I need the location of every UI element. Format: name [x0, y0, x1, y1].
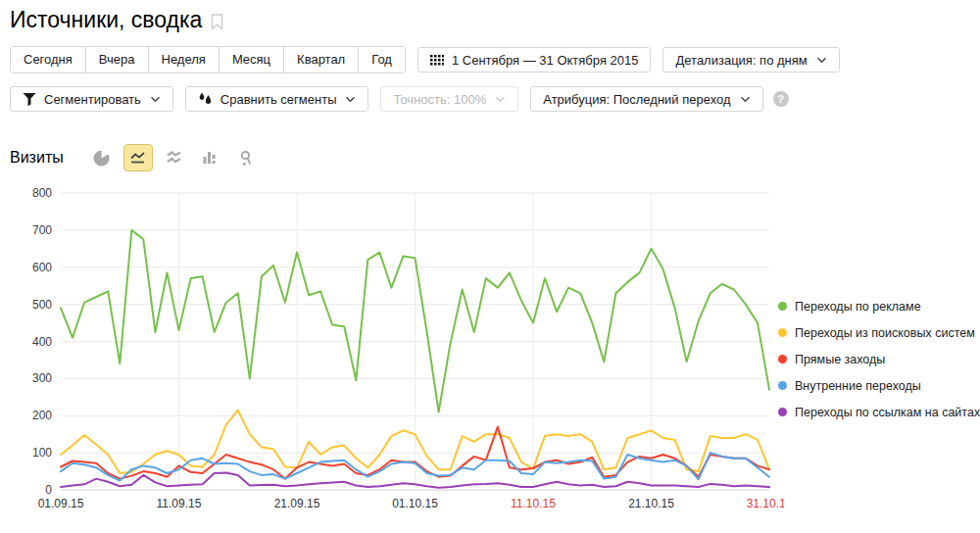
x-tick-label: 01.09.15 [38, 497, 84, 510]
x-tick-label: 21.09.15 [274, 497, 320, 510]
accuracy-label: Точность: 100% [393, 92, 486, 107]
attribution-dropdown[interactable]: Атрибуция: Последний переход [530, 86, 762, 112]
y-tick-label: 0 [45, 483, 52, 497]
chart-legend: Переходы по рекламе Переходы из поисковы… [778, 293, 980, 425]
legend-label: Переходы по рекламе [795, 300, 921, 314]
period-button-year[interactable]: Год [358, 47, 405, 73]
metric-label: Визиты [10, 143, 64, 172]
page-title: Источники, сводка [10, 7, 202, 33]
pie-chart-icon [92, 149, 111, 168]
stacked-area-icon [166, 150, 182, 166]
y-tick-label: 100 [32, 446, 52, 460]
chevron-down-icon [495, 96, 506, 103]
chart-type-toolbar: Визиты [10, 143, 269, 172]
chevron-down-icon [345, 96, 356, 103]
x-tick-label: 01.10.15 [392, 497, 438, 510]
y-tick-label: 500 [32, 298, 52, 312]
visits-chart-area: 010020030040050060070080001.09.1511.09.1… [10, 186, 784, 523]
period-button-month[interactable]: Месяц [219, 47, 283, 73]
y-tick-label: 600 [32, 261, 52, 274]
x-tick-label: 21.10.15 [628, 497, 674, 510]
legend-marker [778, 381, 787, 390]
chevron-down-icon [740, 96, 751, 103]
legend-item-site-links[interactable]: Переходы по ссылкам на сайтах [778, 399, 980, 425]
compare-segments-label: Сравнить сегменты [220, 92, 337, 107]
legend-marker [778, 408, 787, 416]
map-pin-icon [239, 150, 254, 167]
segment-dropdown[interactable]: Сегментировать [10, 86, 173, 112]
x-tick-label: 11.10.15 [511, 497, 556, 510]
funnel-icon [23, 92, 36, 106]
legend-marker [778, 302, 787, 311]
period-button-yesterday[interactable]: Вчера [85, 47, 148, 73]
period-button-today[interactable]: Сегодня [11, 47, 85, 73]
y-tick-label: 700 [32, 223, 52, 237]
chart-type-line-button[interactable] [123, 144, 153, 171]
legend-marker [778, 328, 787, 337]
calendar-grid-icon [430, 55, 444, 66]
compare-segments-dropdown[interactable]: Сравнить сегменты [185, 86, 369, 112]
period-button-week[interactable]: Неделя [148, 47, 219, 73]
visits-line-chart[interactable]: 010020030040050060070080001.09.1511.09.1… [10, 186, 784, 519]
y-tick-label: 800 [32, 186, 52, 200]
legend-item-direct[interactable]: Прямые заходы [778, 346, 980, 372]
x-tick-label: 31.10.15 [747, 497, 784, 510]
segmentation-toolbar: Сегментировать Сравнить сегменты Точност… [10, 86, 789, 112]
chart-type-pie-button[interactable] [87, 144, 117, 171]
date-range-label: 1 Сентября — 31 Октября 2015 [452, 53, 639, 68]
y-tick-label: 300 [32, 371, 52, 385]
x-tick-label: 11.09.15 [157, 497, 202, 510]
legend-label: Переходы по ссылкам на сайтах [795, 406, 980, 419]
legend-item-internal[interactable]: Внутренние переходы [778, 372, 980, 399]
bar-chart-icon [202, 150, 219, 166]
chart-type-map-button[interactable] [232, 144, 262, 171]
legend-label: Прямые заходы [795, 353, 885, 366]
legend-item-search[interactable]: Переходы из поисковых систем [778, 319, 980, 346]
period-button-group: Сегодня Вчера Неделя Месяц Квартал Год [10, 46, 406, 73]
page-title-row: Источники, сводка [10, 7, 223, 33]
drops-icon [198, 92, 213, 106]
line-chart-icon [129, 150, 146, 166]
y-tick-label: 200 [32, 409, 52, 422]
detalization-dropdown[interactable]: Детализация: по дням [662, 47, 839, 73]
date-range-button[interactable]: 1 Сентября — 31 Октября 2015 [417, 47, 652, 73]
legend-item-ads[interactable]: Переходы по рекламе [778, 293, 980, 319]
legend-marker [778, 355, 787, 363]
y-tick-label: 400 [32, 335, 52, 349]
chart-type-area-button[interactable] [160, 144, 189, 171]
chevron-down-icon [816, 57, 827, 64]
help-icon[interactable]: ? [773, 91, 789, 107]
legend-label: Переходы из поисковых систем [795, 326, 975, 340]
period-button-quarter[interactable]: Квартал [283, 47, 358, 73]
detalization-label: Детализация: по дням [675, 53, 807, 68]
chart-type-bar-button[interactable] [196, 144, 225, 171]
attribution-label: Атрибуция: Последний переход [543, 92, 730, 107]
period-toolbar: Сегодня Вчера Неделя Месяц Квартал Год 1… [10, 46, 840, 73]
legend-label: Внутренние переходы [795, 379, 921, 393]
accuracy-dropdown: Точность: 100% [380, 86, 518, 112]
segment-label: Сегментировать [44, 92, 141, 107]
chevron-down-icon [150, 96, 161, 103]
bookmark-icon[interactable] [211, 14, 223, 30]
